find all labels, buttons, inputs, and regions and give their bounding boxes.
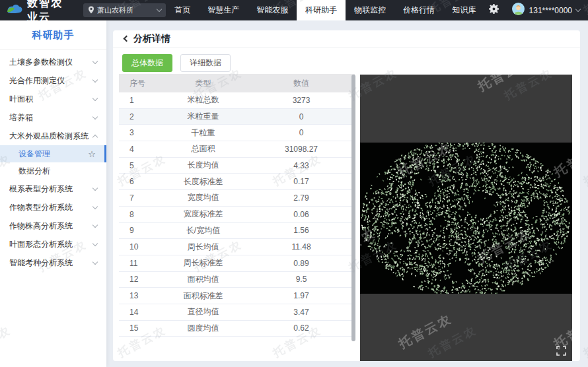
watermark-text: 托普云农 [581,323,588,361]
cell-index: 13 [119,291,159,300]
chevron-down-icon [575,7,581,12]
page-title: 分析详情 [133,33,170,45]
card-header: 分析详情 [113,30,580,48]
sidebar-item-label: 根系表型分析系统 [9,184,93,195]
column-header-type: 类型 [159,78,248,89]
cell-type: 直径均值 [159,306,248,317]
cloud-leaf-logo-icon [7,3,22,17]
cell-index: 11 [119,259,159,268]
app-title: 数智农业云 [27,0,74,24]
chevron-down-icon [92,77,98,82]
topnav-item[interactable]: 物联监控 [346,0,394,20]
table-row[interactable]: 5长度均值4.33 [119,158,355,174]
cell-index: 14 [119,308,159,317]
star-icon[interactable]: ☆ [88,149,96,159]
cell-type: 长度均值 [159,160,248,171]
cell-type: 面积标准差 [159,290,248,302]
column-header-index: 序号 [119,78,159,89]
table-row[interactable]: 10周长均值11.48 [119,239,355,255]
cell-index: 7 [119,193,159,203]
sidebar-item[interactable]: 叶面形态分析系统 [0,235,106,253]
cell-value: 11.48 [248,242,355,251]
sidebar-item-label: 土壤多参数检测仪 [9,57,93,68]
data-view-tabs: 总体数据详细数据 [122,54,231,72]
sidebar-item-label: 叶面积 [9,94,93,105]
table-row[interactable]: 1米粒总数3273 [119,92,355,109]
tab-button[interactable]: 总体数据 [122,54,172,72]
cell-value: 3.47 [248,308,355,317]
cell-type: 周长均值 [159,242,248,253]
table-row[interactable]: 7宽度均值2.79 [119,190,355,207]
cell-type: 圆度均值 [159,323,248,334]
fullscreen-icon[interactable] [556,346,566,356]
sidebar-subitem[interactable]: 设备管理☆ [0,145,106,162]
sidebar-item[interactable]: 作物表型分析系统 [0,198,106,217]
sidebar-item[interactable]: 叶面积 [0,90,106,108]
cell-index: 12 [119,275,159,284]
location-selector[interactable]: 萧山农科所 [83,3,166,17]
sidebar-item[interactable]: 智能考种分析系统 [0,253,106,272]
sidebar-item[interactable]: 培养箱 [0,108,106,127]
table-row[interactable]: 14直径均值3.47 [119,304,355,321]
cell-type: 米粒总数 [159,94,248,106]
chevron-down-icon [92,185,98,190]
table-row[interactable]: 8宽度标准差0.06 [119,207,355,223]
back-icon[interactable] [124,36,130,42]
topnav-item[interactable]: 智慧生产 [199,0,248,20]
watermark-text: 托普云农 [581,151,588,189]
rice-grains-image [360,143,572,294]
gear-icon [489,4,499,17]
sidebar-menu: 土壤多参数检测仪光合作用测定仪叶面积培养箱大米外观品质检测系统设备管理☆数据分析… [0,50,106,272]
topnav-item[interactable]: 价格行情 [394,0,443,20]
sidebar-item[interactable]: 大米外观品质检测系统 [0,127,106,145]
cell-type: 千粒重 [159,127,248,139]
topnav-item[interactable]: 智能农服 [248,0,297,20]
location-pin-icon [88,5,94,17]
table-scrollbar[interactable] [351,75,355,341]
chevron-down-icon [92,58,98,63]
table-row[interactable]: 12面积均值9.5 [119,272,355,288]
sidebar-item[interactable]: 土壤多参数检测仪 [0,53,106,71]
table-row[interactable]: 2米粒重量0 [119,109,355,125]
cell-value: 4.33 [248,161,355,170]
user-account-menu[interactable]: 131****0000 [503,3,588,18]
top-nav-menu: 首页智慧生产智能农服科研助手物联监控价格行情知识库 [166,0,484,20]
summary-data-table: 序号 类型 数值 1米粒总数32732米粒重量03千粒重04总面积31098.2… [119,74,355,337]
topnav-item[interactable]: 首页 [166,0,199,20]
table-header-row: 序号 类型 数值 [119,74,355,92]
table-row[interactable]: 3千粒重0 [119,125,355,141]
sidebar-item-label: 作物表型分析系统 [9,202,93,213]
sidebar-item[interactable]: 作物株高分析系统 [0,217,106,235]
chevron-down-icon [92,203,98,209]
rice-sample-image-panel: 托普云农托普云农托普云农托普云农托普云农托普云农托普云农托普云农托普云农托普云农… [360,75,572,361]
sidebar-item-label: 光合作用测定仪 [9,75,93,86]
table-row[interactable]: 9长/宽均值1.56 [119,223,355,240]
watermark-text: 托普云农 [360,75,379,95]
cell-index: 15 [119,323,159,333]
cell-index: 2 [119,112,159,121]
table-row[interactable]: 13面积标准差1.97 [119,288,355,304]
cell-index: 4 [119,145,159,154]
table-row[interactable]: 4总面积31098.27 [119,141,355,158]
tab-button[interactable]: 详细数据 [180,54,231,72]
settings-button[interactable] [486,0,502,20]
cell-value: 0 [248,112,355,121]
sidebar-subitem[interactable]: 数据分析 [0,162,106,180]
sidebar-item[interactable]: 根系表型分析系统 [0,180,106,198]
topnav-item[interactable]: 科研助手 [297,0,346,20]
cell-index: 8 [119,210,159,219]
cell-index: 9 [119,226,159,235]
chevron-down-icon [92,222,98,227]
cell-type: 米粒重量 [159,111,248,122]
cell-value: 9.5 [248,275,355,284]
topnav-item[interactable]: 知识库 [443,0,484,20]
sidebar-subitem-label: 数据分析 [18,166,98,177]
sidebar-title: 科研助手 [0,20,106,50]
table-row[interactable]: 6长度标准差0.17 [119,174,355,190]
cell-value: 0.89 [248,259,355,268]
cell-value: 1.97 [248,291,355,300]
cell-value: 2.79 [248,193,355,203]
sidebar-item[interactable]: 光合作用测定仪 [0,71,106,90]
table-row[interactable]: 15圆度均值0.62 [119,321,355,337]
table-row[interactable]: 11周长标准差0.89 [119,255,355,272]
